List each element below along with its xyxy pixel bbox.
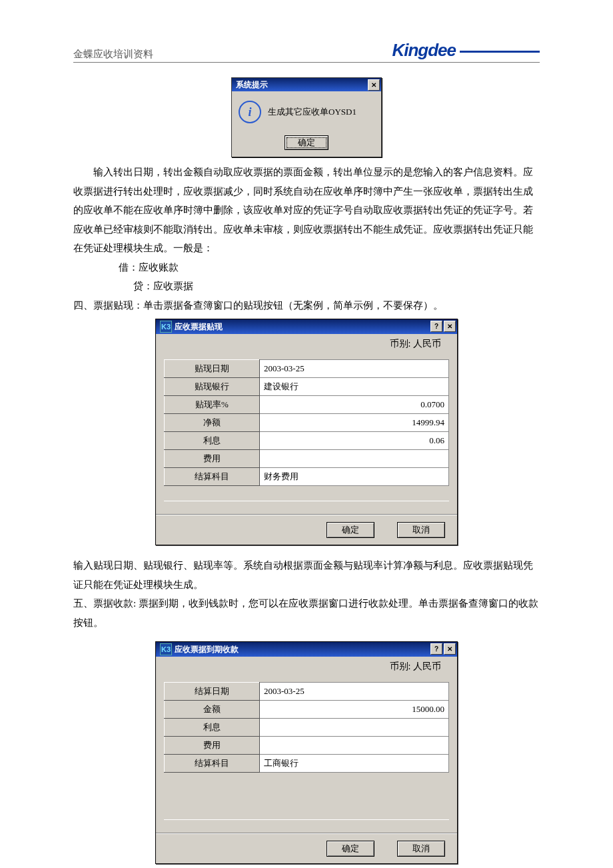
system-prompt-dialog: 系统提示 ✕ i 生成其它应收单OYSD1 确定 bbox=[231, 77, 382, 157]
help-icon[interactable]: ? bbox=[430, 321, 442, 332]
field-value[interactable] bbox=[260, 737, 449, 755]
table-row: 净额14999.94 bbox=[165, 414, 449, 432]
discount-form-table: 贴现日期2003-03-25贴现银行建设银行贴现率%0.0700净额14999.… bbox=[164, 359, 449, 486]
field-label: 结算日期 bbox=[165, 683, 260, 701]
field-label: 贴现日期 bbox=[165, 360, 260, 378]
table-row: 金额15000.00 bbox=[165, 701, 449, 719]
currency-label: 币别: 人民币 bbox=[156, 334, 457, 354]
bill-collection-dialog: K3 应收票据到期收款 ? ✕ 币别: 人民币 结算日期2003-03-25金额… bbox=[155, 641, 458, 864]
field-label: 结算科目 bbox=[165, 468, 260, 486]
field-value[interactable] bbox=[260, 719, 449, 737]
currency-label: 币别: 人民币 bbox=[156, 657, 457, 677]
field-value[interactable]: 0.0700 bbox=[260, 396, 449, 414]
cancel-button[interactable]: 取消 bbox=[397, 522, 445, 538]
field-label: 贴现率% bbox=[165, 396, 260, 414]
document-page: 金蝶应收培训资料 Kingdee 系统提示 ✕ i 生成其它应收单OYSD1 确… bbox=[0, 0, 613, 868]
table-row: 利息0.06 bbox=[165, 432, 449, 450]
close-icon[interactable]: ✕ bbox=[444, 643, 456, 655]
accounting-debit-line: 借：应收账款 bbox=[73, 258, 540, 277]
dialog-titlebar[interactable]: K3 应收票据到期收款 ? ✕ bbox=[156, 642, 457, 657]
close-icon[interactable]: ✕ bbox=[444, 321, 456, 332]
field-label: 结算科目 bbox=[165, 755, 260, 773]
help-icon[interactable]: ? bbox=[430, 643, 442, 655]
bill-discount-dialog: K3 应收票据贴现 ? ✕ 币别: 人民币 贴现日期2003-03-25贴现银行… bbox=[155, 319, 458, 545]
dialog-title: 应收票据到期收款 bbox=[175, 644, 239, 655]
paragraph: 输入贴现日期、贴现银行、贴现率等。系统自动根据票面金额与贴现率计算净额与利息。应… bbox=[73, 556, 540, 594]
field-label: 金额 bbox=[165, 701, 260, 719]
field-value[interactable]: 建设银行 bbox=[260, 378, 449, 396]
section-5-heading: 五、票据收款: 票据到期，收到钱款时，您可以在应收票据窗口进行收款处理。单击票据… bbox=[73, 594, 540, 632]
table-row: 费用 bbox=[165, 450, 449, 468]
field-value[interactable]: 2003-03-25 bbox=[260, 360, 449, 378]
k3-app-icon: K3 bbox=[160, 321, 172, 333]
prompt-message: 生成其它应收单OYSD1 bbox=[268, 106, 356, 118]
ok-button[interactable]: 确定 bbox=[326, 841, 374, 857]
field-label: 利息 bbox=[165, 432, 260, 450]
info-icon: i bbox=[239, 101, 261, 123]
table-row: 费用 bbox=[165, 737, 449, 755]
accounting-credit-line: 贷：应收票据 bbox=[73, 277, 540, 296]
k3-app-icon: K3 bbox=[160, 643, 172, 655]
page-header: 金蝶应收培训资料 Kingdee bbox=[73, 40, 540, 63]
table-row: 贴现银行建设银行 bbox=[165, 378, 449, 396]
table-row: 贴现日期2003-03-25 bbox=[165, 360, 449, 378]
field-value[interactable]: 14999.94 bbox=[260, 414, 449, 432]
header-doc-title: 金蝶应收培训资料 bbox=[73, 48, 153, 61]
dialog-title: 系统提示 bbox=[236, 79, 268, 91]
table-row: 利息 bbox=[165, 719, 449, 737]
field-value[interactable]: 财务费用 bbox=[260, 468, 449, 486]
kingdee-logo: Kingdee bbox=[392, 40, 540, 61]
field-label: 费用 bbox=[165, 737, 260, 755]
close-icon[interactable]: ✕ bbox=[368, 79, 380, 91]
table-row: 结算科目工商银行 bbox=[165, 755, 449, 773]
collection-form-table: 结算日期2003-03-25金额15000.00利息费用结算科目工商银行 bbox=[164, 682, 449, 773]
field-label: 费用 bbox=[165, 450, 260, 468]
section-4-heading: 四、票据贴现：单击票据备查簿窗口的贴现按钮（无案例，简单示例，不要保存）。 bbox=[73, 296, 540, 315]
field-label: 贴现银行 bbox=[165, 378, 260, 396]
table-row: 结算科目财务费用 bbox=[165, 468, 449, 486]
paragraph: 输入转出日期，转出金额自动取应收票据的票面金额，转出单位显示的是您输入的客户信息… bbox=[73, 163, 540, 258]
ok-button[interactable]: 确定 bbox=[326, 522, 374, 538]
ok-button[interactable]: 确定 bbox=[285, 135, 328, 150]
field-value[interactable]: 15000.00 bbox=[260, 701, 449, 719]
table-row: 结算日期2003-03-25 bbox=[165, 683, 449, 701]
field-value[interactable]: 工商银行 bbox=[260, 755, 449, 773]
field-label: 利息 bbox=[165, 719, 260, 737]
dialog-titlebar[interactable]: 系统提示 ✕ bbox=[232, 78, 381, 91]
table-row: 贴现率%0.0700 bbox=[165, 396, 449, 414]
field-value[interactable]: 0.06 bbox=[260, 432, 449, 450]
dialog-titlebar[interactable]: K3 应收票据贴现 ? ✕ bbox=[156, 319, 457, 334]
field-value[interactable] bbox=[260, 450, 449, 468]
field-label: 净额 bbox=[165, 414, 260, 432]
dialog-title: 应收票据贴现 bbox=[175, 321, 223, 333]
field-value[interactable]: 2003-03-25 bbox=[260, 683, 449, 701]
cancel-button[interactable]: 取消 bbox=[397, 841, 445, 857]
